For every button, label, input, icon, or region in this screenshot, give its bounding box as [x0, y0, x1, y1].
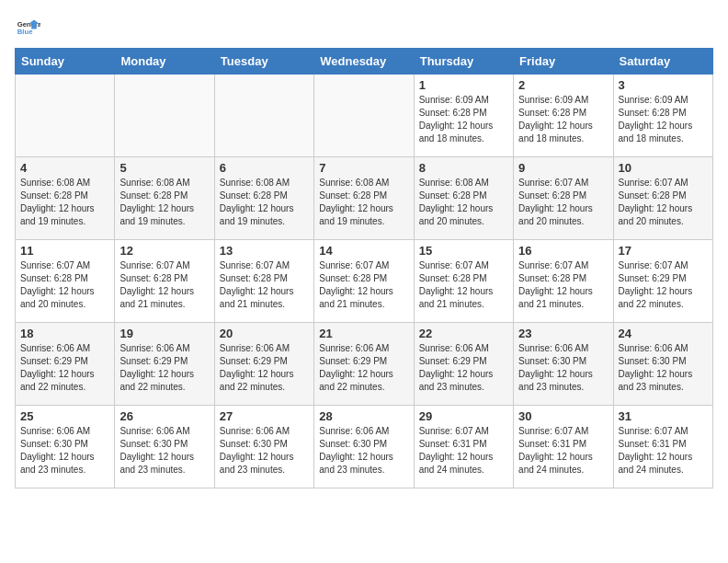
- day-info: Sunrise: 6:07 AM Sunset: 6:28 PM Dayligh…: [119, 259, 209, 311]
- header-row: SundayMondayTuesdayWednesdayThursdayFrid…: [16, 49, 713, 75]
- day-info: Sunrise: 6:06 AM Sunset: 6:29 PM Dayligh…: [220, 342, 309, 394]
- day-number: 13: [220, 244, 309, 258]
- day-cell: 28Sunrise: 6:06 AM Sunset: 6:30 PM Dayli…: [314, 406, 414, 488]
- day-number: 9: [518, 161, 608, 175]
- col-header-monday: Monday: [115, 49, 214, 75]
- day-cell: 16Sunrise: 6:07 AM Sunset: 6:28 PM Dayli…: [514, 240, 613, 323]
- day-number: 2: [518, 78, 608, 92]
- day-cell: [214, 75, 313, 157]
- day-cell: 6Sunrise: 6:08 AM Sunset: 6:28 PM Daylig…: [214, 157, 313, 240]
- day-info: Sunrise: 6:07 AM Sunset: 6:31 PM Dayligh…: [419, 425, 508, 477]
- day-number: 27: [220, 409, 309, 423]
- day-info: Sunrise: 6:08 AM Sunset: 6:28 PM Dayligh…: [119, 177, 209, 228]
- day-cell: 12Sunrise: 6:07 AM Sunset: 6:28 PM Dayli…: [115, 240, 214, 323]
- day-cell: 1Sunrise: 6:09 AM Sunset: 6:28 PM Daylig…: [414, 75, 513, 157]
- day-info: Sunrise: 6:07 AM Sunset: 6:29 PM Dayligh…: [619, 259, 708, 311]
- day-number: 1: [419, 78, 508, 92]
- day-cell: 13Sunrise: 6:07 AM Sunset: 6:28 PM Dayli…: [214, 240, 313, 323]
- day-info: Sunrise: 6:06 AM Sunset: 6:30 PM Dayligh…: [518, 342, 608, 394]
- day-info: Sunrise: 6:09 AM Sunset: 6:28 PM Dayligh…: [419, 94, 508, 145]
- col-header-friday: Friday: [514, 49, 613, 75]
- day-info: Sunrise: 6:07 AM Sunset: 6:31 PM Dayligh…: [518, 425, 608, 477]
- day-number: 25: [20, 409, 109, 423]
- calendar-table: SundayMondayTuesdayWednesdayThursdayFrid…: [15, 48, 713, 488]
- day-number: 6: [220, 161, 309, 175]
- day-info: Sunrise: 6:06 AM Sunset: 6:30 PM Dayligh…: [619, 342, 708, 394]
- day-number: 17: [619, 244, 708, 258]
- day-cell: 24Sunrise: 6:06 AM Sunset: 6:30 PM Dayli…: [613, 323, 712, 406]
- day-cell: 22Sunrise: 6:06 AM Sunset: 6:29 PM Dayli…: [414, 323, 513, 406]
- day-info: Sunrise: 6:06 AM Sunset: 6:29 PM Dayligh…: [20, 342, 109, 394]
- day-info: Sunrise: 6:08 AM Sunset: 6:28 PM Dayligh…: [319, 177, 408, 228]
- col-header-wednesday: Wednesday: [314, 49, 414, 75]
- day-info: Sunrise: 6:08 AM Sunset: 6:28 PM Dayligh…: [20, 177, 109, 228]
- day-number: 12: [119, 244, 209, 258]
- day-number: 7: [319, 161, 408, 175]
- day-number: 3: [619, 78, 708, 92]
- day-cell: 25Sunrise: 6:06 AM Sunset: 6:30 PM Dayli…: [16, 406, 115, 488]
- day-number: 31: [619, 409, 708, 423]
- day-cell: 19Sunrise: 6:06 AM Sunset: 6:29 PM Dayli…: [115, 323, 214, 406]
- day-info: Sunrise: 6:06 AM Sunset: 6:29 PM Dayligh…: [119, 342, 209, 394]
- day-cell: 20Sunrise: 6:06 AM Sunset: 6:29 PM Dayli…: [214, 323, 313, 406]
- day-info: Sunrise: 6:07 AM Sunset: 6:28 PM Dayligh…: [518, 177, 608, 228]
- day-number: 26: [119, 409, 209, 423]
- day-number: 5: [119, 161, 209, 175]
- day-info: Sunrise: 6:07 AM Sunset: 6:28 PM Dayligh…: [220, 259, 309, 311]
- day-info: Sunrise: 6:07 AM Sunset: 6:28 PM Dayligh…: [419, 259, 508, 311]
- day-number: 10: [619, 161, 708, 175]
- day-info: Sunrise: 6:09 AM Sunset: 6:28 PM Dayligh…: [518, 94, 608, 145]
- day-number: 4: [20, 161, 109, 175]
- day-number: 16: [518, 244, 608, 258]
- day-number: 8: [419, 161, 508, 175]
- day-cell: [115, 75, 214, 157]
- day-number: 24: [619, 327, 708, 340]
- day-number: 20: [220, 327, 309, 340]
- day-number: 30: [518, 409, 608, 423]
- day-number: 11: [20, 244, 109, 258]
- header: General Blue: [15, 15, 713, 40]
- week-row-3: 11Sunrise: 6:07 AM Sunset: 6:28 PM Dayli…: [16, 240, 713, 323]
- day-cell: 29Sunrise: 6:07 AM Sunset: 6:31 PM Dayli…: [414, 406, 513, 488]
- day-info: Sunrise: 6:08 AM Sunset: 6:28 PM Dayligh…: [419, 177, 508, 228]
- day-cell: 14Sunrise: 6:07 AM Sunset: 6:28 PM Dayli…: [314, 240, 414, 323]
- day-cell: 7Sunrise: 6:08 AM Sunset: 6:28 PM Daylig…: [314, 157, 414, 240]
- svg-text:Blue: Blue: [17, 28, 33, 36]
- day-cell: [314, 75, 414, 157]
- week-row-4: 18Sunrise: 6:06 AM Sunset: 6:29 PM Dayli…: [16, 323, 713, 406]
- day-info: Sunrise: 6:06 AM Sunset: 6:30 PM Dayligh…: [319, 425, 408, 477]
- day-info: Sunrise: 6:07 AM Sunset: 6:31 PM Dayligh…: [619, 425, 708, 477]
- day-cell: 5Sunrise: 6:08 AM Sunset: 6:28 PM Daylig…: [115, 157, 214, 240]
- day-cell: 8Sunrise: 6:08 AM Sunset: 6:28 PM Daylig…: [414, 157, 513, 240]
- day-number: 14: [319, 244, 408, 258]
- day-info: Sunrise: 6:08 AM Sunset: 6:28 PM Dayligh…: [220, 177, 309, 228]
- day-number: 29: [419, 409, 508, 423]
- day-cell: [16, 75, 115, 157]
- day-info: Sunrise: 6:07 AM Sunset: 6:28 PM Dayligh…: [319, 259, 408, 311]
- day-info: Sunrise: 6:06 AM Sunset: 6:30 PM Dayligh…: [220, 425, 309, 477]
- day-info: Sunrise: 6:09 AM Sunset: 6:28 PM Dayligh…: [619, 94, 708, 145]
- day-cell: 11Sunrise: 6:07 AM Sunset: 6:28 PM Dayli…: [16, 240, 115, 323]
- logo: General Blue: [15, 15, 44, 40]
- col-header-saturday: Saturday: [613, 49, 712, 75]
- day-cell: 17Sunrise: 6:07 AM Sunset: 6:29 PM Dayli…: [613, 240, 712, 323]
- day-cell: 2Sunrise: 6:09 AM Sunset: 6:28 PM Daylig…: [514, 75, 613, 157]
- col-header-tuesday: Tuesday: [214, 49, 313, 75]
- day-cell: 3Sunrise: 6:09 AM Sunset: 6:28 PM Daylig…: [613, 75, 712, 157]
- day-cell: 18Sunrise: 6:06 AM Sunset: 6:29 PM Dayli…: [16, 323, 115, 406]
- day-number: 18: [20, 327, 109, 340]
- day-cell: 10Sunrise: 6:07 AM Sunset: 6:28 PM Dayli…: [613, 157, 712, 240]
- day-cell: 23Sunrise: 6:06 AM Sunset: 6:30 PM Dayli…: [514, 323, 613, 406]
- day-cell: 26Sunrise: 6:06 AM Sunset: 6:30 PM Dayli…: [115, 406, 214, 488]
- week-row-2: 4Sunrise: 6:08 AM Sunset: 6:28 PM Daylig…: [16, 157, 713, 240]
- day-info: Sunrise: 6:06 AM Sunset: 6:29 PM Dayligh…: [319, 342, 408, 394]
- day-info: Sunrise: 6:06 AM Sunset: 6:30 PM Dayligh…: [119, 425, 209, 477]
- col-header-sunday: Sunday: [16, 49, 115, 75]
- day-number: 22: [419, 327, 508, 340]
- day-cell: 31Sunrise: 6:07 AM Sunset: 6:31 PM Dayli…: [613, 406, 712, 488]
- day-number: 15: [419, 244, 508, 258]
- logo-icon: General Blue: [15, 15, 40, 40]
- day-number: 19: [119, 327, 209, 340]
- day-info: Sunrise: 6:07 AM Sunset: 6:28 PM Dayligh…: [518, 259, 608, 311]
- day-number: 23: [518, 327, 608, 340]
